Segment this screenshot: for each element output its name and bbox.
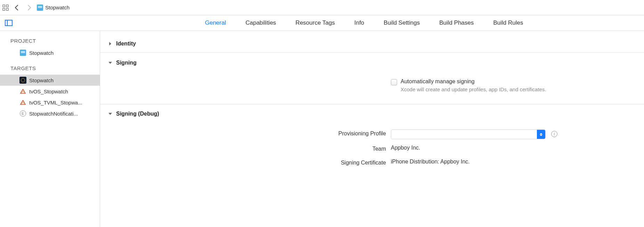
provisioning-profile-select[interactable] bbox=[391, 129, 546, 139]
target-item-label: tvOS_TVML_Stopwa... bbox=[29, 100, 82, 106]
editor-tabs: General Capabilities Resource Tags Info … bbox=[15, 19, 644, 26]
extension-target-icon: E bbox=[19, 110, 26, 117]
section-identity-title: Identity bbox=[116, 41, 136, 47]
editor-tab-bar: General Capabilities Resource Tags Info … bbox=[0, 15, 644, 31]
tab-build-rules[interactable]: Build Rules bbox=[493, 19, 523, 26]
nav-forward-button[interactable] bbox=[24, 5, 34, 11]
nav-back-button[interactable] bbox=[12, 5, 22, 11]
cert-row: Signing Certificate iPhone Distribution:… bbox=[100, 156, 644, 170]
section-identity-header[interactable]: Identity bbox=[100, 37, 644, 50]
section-signing-header[interactable]: Signing bbox=[100, 53, 644, 69]
target-editor: Identity Signing Automatically manage si… bbox=[100, 31, 644, 227]
cert-label: Signing Certificate bbox=[100, 159, 391, 167]
breadcrumb-project[interactable]: Stopwatch bbox=[37, 5, 70, 11]
section-signing-debug-title: Signing (Debug) bbox=[116, 111, 159, 117]
signing-debug-form: Provisioning Profile i Team Appboy Inc. … bbox=[100, 120, 644, 176]
project-icon bbox=[37, 5, 43, 11]
signing-form: Automatically manage signing Xcode will … bbox=[100, 69, 644, 102]
svg-rect-2 bbox=[3, 8, 5, 10]
svg-rect-3 bbox=[6, 8, 8, 10]
auto-manage-row: Automatically manage signing Xcode will … bbox=[100, 76, 644, 96]
target-item-notification-ext[interactable]: E StopwatchNotificati... bbox=[0, 108, 100, 119]
provisioning-label: Provisioning Profile bbox=[100, 129, 391, 138]
tab-resource-tags[interactable]: Resource Tags bbox=[296, 19, 335, 26]
svg-rect-0 bbox=[3, 5, 5, 7]
provisioning-row: Provisioning Profile i bbox=[100, 127, 644, 142]
target-item-label: tvOS_Stopwatch bbox=[29, 89, 68, 94]
project-navigator: PROJECT Stopwatch TARGETS Stopwatch tvOS… bbox=[0, 31, 100, 227]
breadcrumb-title: Stopwatch bbox=[45, 5, 70, 10]
project-icon bbox=[19, 49, 26, 56]
project-outline-toggle[interactable] bbox=[3, 18, 15, 28]
related-items-icon[interactable] bbox=[2, 4, 9, 11]
cert-value: iPhone Distribution: Appboy Inc. bbox=[391, 159, 470, 165]
project-item-stopwatch[interactable]: Stopwatch bbox=[0, 47, 100, 58]
auto-manage-subtext: Xcode will create and update profiles, a… bbox=[401, 86, 546, 93]
tab-build-phases[interactable]: Build Phases bbox=[439, 19, 474, 26]
targets-section-label: TARGETS bbox=[0, 58, 100, 75]
project-section-label: PROJECT bbox=[0, 36, 100, 47]
target-item-tvos-tvml[interactable]: tvOS_TVML_Stopwa... bbox=[0, 97, 100, 108]
target-item-label: StopwatchNotificati... bbox=[29, 111, 78, 117]
auto-manage-checkbox[interactable] bbox=[391, 79, 397, 85]
target-item-stopwatch[interactable]: Stopwatch bbox=[0, 75, 100, 86]
svg-rect-1 bbox=[6, 5, 8, 7]
select-caret-icon bbox=[537, 130, 545, 139]
chevron-right-icon bbox=[108, 41, 113, 46]
main-split: PROJECT Stopwatch TARGETS Stopwatch tvOS… bbox=[0, 31, 644, 227]
team-row: Team Appboy Inc. bbox=[100, 142, 644, 156]
app-target-icon bbox=[19, 77, 26, 84]
tvos-target-icon bbox=[19, 88, 26, 95]
section-signing-debug-header[interactable]: Signing (Debug) bbox=[100, 104, 644, 120]
breadcrumb-bar: Stopwatch bbox=[0, 0, 644, 15]
section-signing-title: Signing bbox=[116, 60, 137, 66]
tab-capabilities[interactable]: Capabilities bbox=[245, 19, 276, 26]
chevron-down-icon bbox=[108, 60, 113, 65]
project-item-label: Stopwatch bbox=[29, 50, 54, 56]
target-item-label: Stopwatch bbox=[29, 77, 54, 83]
chevron-down-icon bbox=[108, 111, 113, 116]
tab-general[interactable]: General bbox=[205, 19, 226, 26]
target-item-tvos-stopwatch[interactable]: tvOS_Stopwatch bbox=[0, 86, 100, 97]
tab-build-settings[interactable]: Build Settings bbox=[384, 19, 420, 26]
team-value: Appboy Inc. bbox=[391, 145, 420, 151]
tab-info[interactable]: Info bbox=[354, 19, 364, 26]
team-label: Team bbox=[100, 145, 391, 153]
tvos-target-icon bbox=[19, 99, 26, 106]
auto-manage-label: Automatically manage signing bbox=[401, 78, 546, 85]
info-icon[interactable]: i bbox=[551, 131, 557, 137]
